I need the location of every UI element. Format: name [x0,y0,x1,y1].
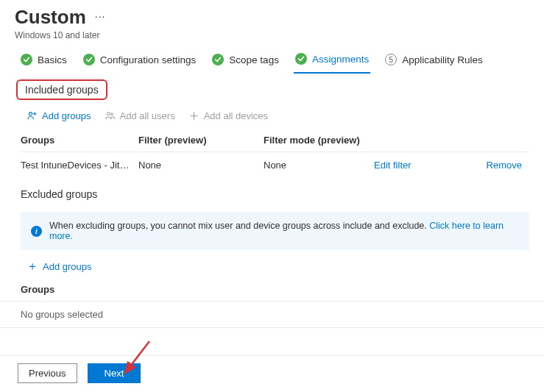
cell-filter-mode: None [264,152,374,179]
col-filter-mode: Filter mode (preview) [264,129,374,152]
cell-filter: None [138,152,264,179]
cell-group: Test IntuneDevices - Jit… [21,152,138,179]
add-all-devices-button: Add all devices [188,110,268,121]
add-all-devices-label: Add all devices [204,110,268,121]
excluded-groups-col: Groups [0,278,544,302]
svg-point-2 [110,113,113,115]
info-icon: i [31,226,42,237]
col-groups: Groups [21,129,138,152]
step-label: Assignments [312,54,369,65]
step-label: Scope tags [229,54,279,65]
page-title: Custom [15,6,86,29]
previous-button[interactable]: Previous [18,363,77,383]
step-config[interactable]: Configuration settings [83,54,197,65]
step-label: Applicability Rules [402,54,483,65]
excluded-groups-heading: Excluded groups [0,178,544,204]
table-row: Test IntuneDevices - Jit… None None Edit… [21,152,529,179]
step-label: Basics [38,54,67,65]
add-groups-button[interactable]: Add groups [27,110,91,121]
step-assignments[interactable]: Assignments [295,53,369,66]
info-bar: i When excluding groups, you cannot mix … [21,212,529,250]
col-filter: Filter (preview) [138,129,264,152]
page-header: Custom ··· Windows 10 and later [0,0,544,43]
included-toolbar: Add groups Add all users Add all devices [0,104,544,127]
plus-icon: ＋ [27,260,38,272]
remove-link[interactable]: Remove [487,160,522,171]
excluded-add-groups-label: Add groups [43,261,92,272]
page-subtitle: Windows 10 and later [15,30,529,40]
wizard-stepper: Basics Configuration settings Scope tags… [0,40,544,74]
excluded-add-groups-button[interactable]: ＋ Add groups [27,260,529,272]
add-groups-label: Add groups [42,110,91,121]
divider [0,327,544,328]
step-basics[interactable]: Basics [21,54,67,65]
edit-filter-link[interactable]: Edit filter [374,160,411,171]
svg-point-0 [29,113,32,115]
check-icon [212,54,224,65]
plus-icon [188,110,199,121]
next-button[interactable]: Next [88,363,141,383]
included-groups-table: Groups Filter (preview) Filter mode (pre… [21,129,529,178]
step-scope[interactable]: Scope tags [212,54,279,65]
step-applicability[interactable]: 5 Applicability Rules [385,54,483,65]
check-icon [83,54,95,65]
check-icon [295,53,307,65]
person-plus-icon [27,110,38,121]
excluded-empty: No groups selected [0,302,544,327]
info-text: When excluding groups, you cannot mix us… [49,221,519,241]
included-groups-heading: Included groups [16,79,107,100]
add-all-users-button: Add all users [105,110,175,121]
wizard-footer: Previous Next [0,355,544,392]
more-icon[interactable]: ··· [95,10,106,25]
add-all-users-label: Add all users [120,110,175,121]
check-icon [21,54,32,65]
people-icon [105,110,116,121]
step-number-icon: 5 [385,54,397,65]
svg-point-1 [107,113,110,115]
step-label: Configuration settings [100,54,197,65]
